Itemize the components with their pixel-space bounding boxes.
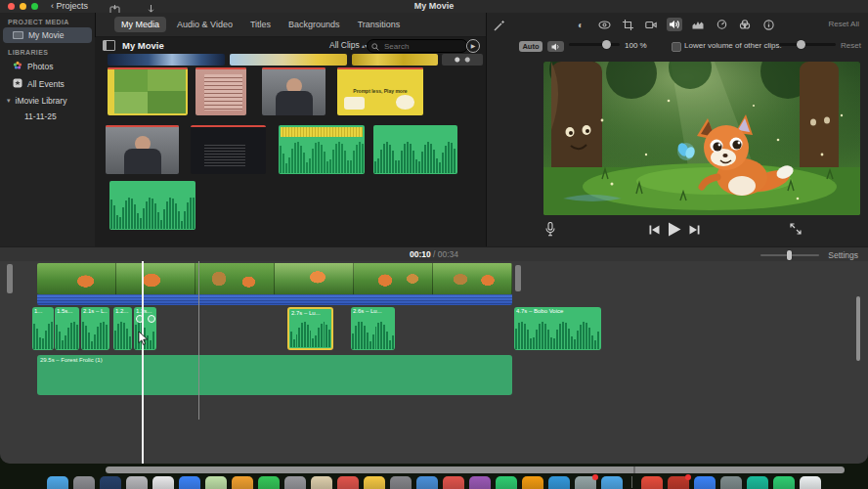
dock-icon[interactable] <box>720 476 742 489</box>
media-thumbnail-terminal[interactable] <box>191 125 266 174</box>
timeline-zoom-slider[interactable] <box>760 249 819 260</box>
dock-icon[interactable] <box>179 476 200 489</box>
dock-icon[interactable] <box>205 476 227 489</box>
mute-button[interactable] <box>547 41 564 52</box>
reset-button[interactable]: Reset <box>841 41 861 50</box>
dock-icon[interactable] <box>548 476 570 489</box>
color-balance-icon[interactable]: ◐ <box>573 18 588 31</box>
dock-icon[interactable] <box>416 476 438 489</box>
audio-clip-selected[interactable]: 2.7s – Lu... <box>287 307 333 350</box>
dock-icon[interactable] <box>73 476 95 489</box>
dock-icon[interactable] <box>773 476 795 489</box>
dock-icon[interactable] <box>668 476 689 489</box>
dock-icon[interactable] <box>100 476 121 489</box>
notification-badge <box>592 474 598 480</box>
dock-icon[interactable] <box>126 476 148 489</box>
audio-clip[interactable]: 4.7s – Bobo Voice <box>514 307 601 350</box>
dock-icon[interactable] <box>443 476 464 489</box>
audio-clip[interactable]: 1.5s... <box>55 307 79 350</box>
lower-volume-checkbox[interactable] <box>672 42 681 52</box>
dock-icon[interactable] <box>152 476 174 489</box>
media-thumbnail-audio-green[interactable] <box>109 181 195 230</box>
audio-clip[interactable]: 1.2... <box>113 307 132 350</box>
video-clip-audio-track[interactable] <box>37 294 512 305</box>
disclosure-triangle-icon[interactable]: ▾ <box>7 97 11 105</box>
dock-icon[interactable] <box>522 476 543 489</box>
noise-reduction-icon[interactable] <box>690 18 706 31</box>
playhead[interactable] <box>142 261 144 464</box>
media-thumbnail-strip-blue[interactable] <box>108 54 225 66</box>
dock-icon[interactable] <box>469 476 491 489</box>
sidebar-item-my-movie[interactable]: My Movie <box>3 27 92 43</box>
tab-audio-video[interactable]: Audio & Video <box>170 17 239 32</box>
sidebar-item-library-date[interactable]: 11-11-25 <box>3 109 92 124</box>
dock-icon[interactable] <box>232 476 253 489</box>
sidebar: PROJECT MEDIA My Movie LIBRARIES Photos … <box>0 13 96 246</box>
speed-icon[interactable] <box>714 18 729 31</box>
timeline-vertical-scrollbar[interactable] <box>856 296 860 361</box>
dock-icon[interactable] <box>364 476 385 489</box>
previous-frame-button[interactable] <box>649 225 660 235</box>
sidebar-item-photos[interactable]: Photos <box>3 58 92 75</box>
search-input[interactable] <box>382 41 455 52</box>
info-icon[interactable] <box>760 18 776 31</box>
dock-icon[interactable] <box>747 476 768 489</box>
sidebar-item-all-events[interactable]: All Events <box>3 75 92 93</box>
color-correction-icon[interactable] <box>596 18 612 31</box>
audio-clip[interactable]: 2.1s – L... <box>81 307 109 350</box>
search-field[interactable] <box>367 39 468 53</box>
reset-all-button[interactable]: Reset All <box>828 20 859 28</box>
dock-icon[interactable] <box>694 476 716 489</box>
dock-icon[interactable] <box>47 476 68 489</box>
crop-icon[interactable] <box>620 18 635 31</box>
fade-handle[interactable] <box>148 315 155 323</box>
sidebar-toggle-icon[interactable] <box>103 40 115 51</box>
dock-icon[interactable] <box>641 476 663 489</box>
media-thumbnail-person[interactable] <box>262 67 326 115</box>
media-thumbnail-strip-gradient[interactable] <box>230 54 347 66</box>
volume-icon[interactable] <box>667 18 682 31</box>
dock-icon[interactable] <box>601 476 623 489</box>
browser-play-button[interactable]: ▶ <box>466 39 480 53</box>
lower-volume-slider[interactable] <box>779 39 836 50</box>
tab-transitions[interactable]: Transitions <box>351 17 408 32</box>
dock-icon[interactable] <box>258 476 280 489</box>
clip-filter-dropdown[interactable]: All Clips ▴▾ <box>329 40 368 50</box>
clip-trim-handle-right[interactable] <box>515 265 521 291</box>
volume-slider[interactable] <box>569 39 620 50</box>
horizontal-scrollbar[interactable] <box>106 467 845 473</box>
dock-icon[interactable] <box>496 476 517 489</box>
media-thumbnail-promo[interactable]: Prompt less, Play more <box>337 67 423 115</box>
filters-icon[interactable] <box>737 18 753 31</box>
audio-clip[interactable]: 2.6s – Lu... <box>351 307 395 350</box>
trash-icon[interactable] <box>800 476 821 489</box>
record-voiceover-icon[interactable] <box>545 222 555 237</box>
audio-clip[interactable]: 1... <box>32 307 54 350</box>
dock-icon[interactable] <box>575 476 596 489</box>
tab-titles[interactable]: Titles <box>243 17 278 32</box>
media-thumbnail-strip-figures[interactable] <box>442 54 483 66</box>
media-thumbnail-audio-green[interactable] <box>373 125 457 174</box>
media-thumbnail-audio-yellow[interactable] <box>279 125 365 174</box>
media-thumbnail-note[interactable] <box>195 67 246 115</box>
sidebar-item-imovie-library[interactable]: ▾ iMovie Library <box>3 93 92 109</box>
background-music-clip[interactable]: 29.5s – Forest Frolic (1) <box>37 355 512 395</box>
auto-volume-button[interactable]: Auto <box>519 41 542 52</box>
media-thumbnail-fox-grid[interactable] <box>108 67 188 115</box>
video-clip-filmstrip[interactable] <box>37 263 512 294</box>
stabilization-icon[interactable] <box>643 18 659 31</box>
dock-icon[interactable] <box>390 476 412 489</box>
play-button[interactable] <box>668 222 681 237</box>
dock-icon[interactable] <box>284 476 306 489</box>
media-thumbnail-strip-yellow[interactable] <box>352 54 438 66</box>
fullscreen-button[interactable] <box>790 223 802 235</box>
tab-backgrounds[interactable]: Backgrounds <box>282 17 347 32</box>
dock-icon[interactable] <box>311 476 332 489</box>
enhance-wand-icon[interactable] <box>493 19 505 36</box>
clip-trim-handle-left[interactable] <box>7 264 13 293</box>
tab-my-media[interactable]: My Media <box>114 17 166 32</box>
next-frame-button[interactable] <box>689 225 700 235</box>
dock-icon[interactable] <box>337 476 359 489</box>
timeline-settings-button[interactable]: Settings <box>828 250 858 260</box>
media-thumbnail-person[interactable] <box>106 125 179 174</box>
